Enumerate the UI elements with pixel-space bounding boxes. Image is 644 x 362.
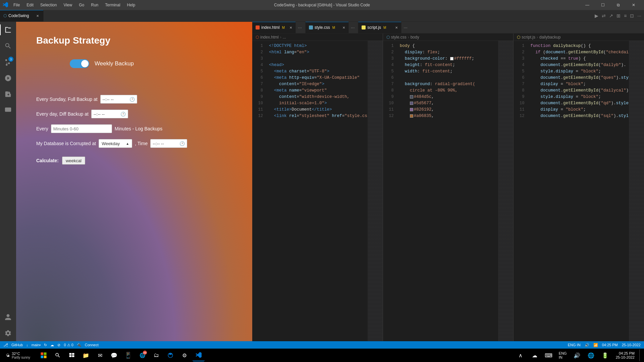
clock-date: 25-10-2022 (616, 355, 635, 359)
tab-close-button[interactable]: ✕ (35, 14, 40, 18)
html-line-numbers: 123456789101112 (252, 41, 266, 341)
weekly-backup-toggle[interactable] (70, 59, 89, 68)
taskbar-browser99[interactable]: 🌐 99 (136, 349, 148, 361)
tab-index-html[interactable]: index.html M ✕ (252, 22, 296, 33)
html-pane-more[interactable]: ··· (296, 22, 304, 33)
svg-rect-6 (72, 353, 74, 355)
tab-script-js[interactable]: script.js M ✕ (358, 22, 401, 33)
js-tab-close[interactable]: ✕ (395, 26, 398, 29)
activity-accounts[interactable] (0, 309, 16, 325)
calculate-button[interactable]: weekcal (62, 157, 85, 165)
taskbar-wa[interactable]: 📱 (122, 349, 134, 361)
menu-file[interactable]: File (11, 2, 22, 8)
menu-edit[interactable]: Edit (24, 2, 36, 8)
html-editor-pane: ⬡ index.html › ... 123456789101112 <!DOC… (252, 34, 383, 341)
menu-selection[interactable]: Selection (38, 2, 59, 8)
taskbar-search[interactable] (52, 349, 64, 361)
connect-icon: 🔌 (77, 343, 82, 347)
menu-go[interactable]: Go (76, 2, 87, 8)
open-icon[interactable]: ↗ (609, 13, 613, 18)
css-pane-more[interactable]: ··· (349, 22, 357, 33)
restore-button[interactable]: ☐ (595, 0, 610, 10)
css-code-body[interactable]: body { display: flex; background-color: … (396, 41, 498, 341)
corrupted-time-value: --:-- -- (153, 141, 164, 146)
split-icon[interactable]: ⇄ (602, 13, 606, 18)
menu-view[interactable]: View (61, 2, 75, 8)
corrupted-clock-icon: 🕐 (179, 141, 185, 146)
taskbar-settings[interactable]: ⚙ (178, 349, 191, 361)
close-button[interactable]: ✕ (626, 0, 641, 10)
tab-label: CodeSwing (8, 13, 29, 18)
activity-search[interactable] (0, 38, 16, 54)
maximize-button[interactable]: ⧉ (610, 0, 626, 10)
menu-run[interactable]: Run (88, 2, 101, 8)
tray-keyboard[interactable]: ⌨ (543, 349, 555, 361)
layout-icon[interactable]: ⊞ (616, 13, 621, 18)
weekly-backup-label: Weekly Backup (95, 60, 134, 67)
js-pane-more[interactable]: ··· (401, 22, 410, 33)
taskbar-explorer[interactable]: 🗂 (150, 349, 162, 361)
sunday-time-input[interactable]: --:-- -- 🕐 (100, 95, 137, 104)
taskbar-files[interactable]: 📁 (80, 349, 92, 361)
show-desktop[interactable] (639, 349, 641, 361)
weather-temp: 32°C (12, 352, 30, 356)
js-minimap (629, 41, 644, 341)
menu-help[interactable]: Help (124, 2, 138, 8)
clock-time: 04:25 PM (616, 351, 635, 355)
daily-time-input[interactable]: --:-- -- 🕐 (91, 110, 128, 118)
taskbar-chat[interactable]: 💬 (108, 349, 120, 361)
html-tab-close[interactable]: ✕ (289, 26, 292, 29)
weather-icon: 🌤 (6, 353, 10, 357)
connect-label[interactable]: Connect (85, 343, 99, 347)
sunday-backup-row: Every Sunday, Full Backup at --:-- -- 🕐 (36, 95, 232, 104)
tab-style-css[interactable]: style.css M ✕ (305, 22, 349, 33)
activity-extensions[interactable] (0, 86, 16, 102)
taskbar-taskview[interactable] (66, 349, 78, 361)
html-code-body[interactable]: <!DOCTYPE html> <html lang="en"> <head> … (266, 41, 368, 341)
css-icon-small: ⬡ (386, 35, 390, 40)
activity-source-control[interactable]: 3 (0, 54, 16, 70)
minutes-input[interactable] (51, 124, 112, 133)
collapse-icon[interactable]: ⊡ (630, 13, 634, 18)
css-line-numbers: 123456789101112 (383, 41, 396, 341)
activity-settings[interactable] (0, 325, 16, 341)
js-code-body[interactable]: function dailybackup() { if (document.ge… (527, 41, 629, 341)
html-icon-small: ⬡ (256, 35, 259, 40)
tab-codeswing[interactable]: ⬡ CodeSwing ✕ (0, 10, 44, 21)
tray-network[interactable]: 🌐 (585, 349, 597, 361)
run-icon[interactable]: ▶ (595, 13, 598, 18)
html-breadcrumb: ⬡ index.html › ... (252, 34, 383, 41)
tray-show-hidden[interactable]: ∧ (515, 349, 527, 361)
corrupted-time-input[interactable]: --:-- -- 🕐 (150, 139, 187, 148)
log-backup-row: Every Minutes - Log Backups (36, 124, 232, 133)
js-breadcrumb-file: script.js (522, 35, 535, 40)
calculate-label: Calculate: (36, 158, 59, 163)
activity-remote[interactable] (0, 102, 16, 118)
minimize-button[interactable]: — (580, 0, 595, 10)
settings-tab-icon[interactable]: ≡ (624, 13, 627, 18)
tab-icon: ⬡ (3, 13, 7, 18)
css-tab-close[interactable]: ✕ (342, 26, 345, 29)
taskbar-edge[interactable] (164, 349, 176, 361)
js-breadcrumb-fn: dailybackup (539, 35, 560, 40)
tray-cloud[interactable]: ☁ (529, 349, 541, 361)
svg-rect-1 (41, 352, 43, 355)
weekday-select[interactable]: Weekday ▲ (99, 139, 132, 148)
editors-tab-row: index.html M ✕ ··· style.css M ✕ ··· scr… (252, 22, 644, 34)
activity-run-debug[interactable] (0, 70, 16, 86)
tray-lang[interactable]: ENGIN (557, 349, 569, 361)
activity-explorer[interactable] (0, 22, 16, 38)
taskbar-mail[interactable]: ✉ (94, 349, 106, 361)
menu-terminal[interactable]: Terminal (102, 2, 123, 8)
tray-volume[interactable]: 🔊 (571, 349, 583, 361)
start-button[interactable] (38, 349, 50, 361)
github-label[interactable]: GitHub (11, 343, 23, 347)
sync-icon[interactable]: ↻ (44, 343, 47, 347)
css-minimap (498, 41, 513, 341)
more-icon[interactable]: ··· (637, 13, 641, 18)
branch-label[interactable]: main• (32, 343, 41, 347)
tray-battery[interactable]: 🔋 (599, 349, 611, 361)
css-tab-label: style.css (315, 25, 330, 30)
taskbar-vscode[interactable] (193, 349, 205, 361)
css-editor-pane: ⬡ style.css › body 123456789101112 body … (383, 34, 514, 341)
